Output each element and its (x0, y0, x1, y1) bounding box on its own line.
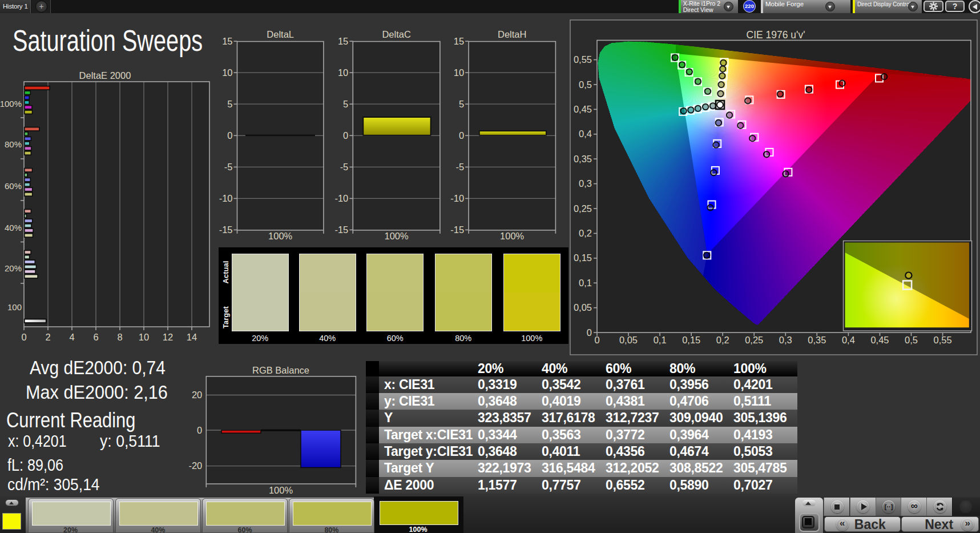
svg-text:0,2: 0,2 (716, 335, 729, 345)
svg-text:-10: -10 (334, 193, 348, 203)
svg-text:8: 8 (117, 332, 122, 342)
svg-text:0,2: 0,2 (579, 228, 592, 238)
svg-text:0,15: 0,15 (682, 335, 700, 345)
svg-text:0,4: 0,4 (579, 129, 592, 139)
svg-text:0,25: 0,25 (745, 335, 763, 345)
svg-text:0: 0 (343, 130, 348, 141)
svg-text:15: 15 (454, 36, 464, 46)
svg-text:5: 5 (227, 99, 232, 109)
svg-text:10: 10 (338, 67, 348, 78)
svg-text:0: 0 (21, 332, 26, 342)
svg-text:0,1: 0,1 (579, 278, 592, 288)
svg-text:20%: 20% (5, 263, 22, 273)
svg-text:0,5: 0,5 (579, 79, 592, 90)
svg-text:RGB Balance: RGB Balance (252, 365, 309, 375)
svg-text:0,35: 0,35 (574, 154, 592, 164)
svg-text:CIE 1976 u'v': CIE 1976 u'v' (747, 29, 805, 41)
svg-text:0,15: 0,15 (574, 253, 592, 263)
svg-text:10: 10 (454, 67, 464, 78)
svg-text:6: 6 (93, 332, 98, 342)
svg-text:-15: -15 (219, 225, 233, 235)
svg-text:4: 4 (69, 332, 74, 342)
svg-text:60%: 60% (5, 181, 22, 191)
svg-text:100%: 100% (384, 231, 409, 241)
svg-text:15: 15 (222, 36, 232, 46)
svg-text:0,05: 0,05 (619, 335, 638, 345)
svg-text:20: 20 (192, 390, 202, 400)
svg-text:100: 100 (7, 302, 22, 312)
svg-text:-10: -10 (219, 193, 233, 203)
svg-text:-5: -5 (455, 162, 464, 172)
svg-text:100%: 100% (500, 231, 525, 241)
svg-text:-20: -20 (188, 460, 202, 471)
svg-text:0,3: 0,3 (779, 335, 792, 345)
svg-text:15: 15 (338, 36, 348, 46)
svg-text:0,25: 0,25 (574, 203, 592, 214)
svg-text:0: 0 (227, 130, 232, 141)
svg-text:-15: -15 (334, 225, 348, 235)
svg-text:14: 14 (187, 332, 197, 342)
svg-text:0: 0 (197, 425, 202, 435)
svg-text:10: 10 (139, 332, 149, 342)
svg-text:2: 2 (45, 332, 50, 342)
svg-text:DeltaC: DeltaC (382, 29, 411, 39)
svg-text:0,55: 0,55 (574, 54, 592, 65)
svg-text:0,05: 0,05 (574, 302, 592, 312)
svg-text:0: 0 (459, 130, 464, 141)
svg-text:5: 5 (343, 99, 348, 109)
svg-text:100%: 100% (268, 231, 293, 241)
svg-text:0,5: 0,5 (905, 335, 918, 345)
svg-text:0,45: 0,45 (870, 335, 889, 345)
svg-text:12: 12 (163, 332, 173, 342)
svg-text:40%: 40% (5, 223, 22, 233)
svg-text:DeltaL: DeltaL (267, 29, 294, 39)
svg-text:5: 5 (459, 99, 464, 109)
svg-text:0,3: 0,3 (579, 178, 592, 189)
svg-text:DeltaE 2000: DeltaE 2000 (79, 70, 131, 81)
svg-text:-10: -10 (450, 193, 464, 203)
svg-text:0,45: 0,45 (574, 104, 592, 114)
svg-text:80%: 80% (5, 139, 22, 149)
svg-text:0,4: 0,4 (842, 335, 855, 345)
svg-text:0,1: 0,1 (654, 335, 667, 345)
svg-text:DeltaH: DeltaH (498, 29, 526, 39)
svg-text:100%: 100% (0, 99, 22, 109)
svg-text:-5: -5 (340, 162, 349, 172)
svg-text:-5: -5 (224, 162, 233, 172)
svg-text:0,35: 0,35 (808, 335, 826, 345)
svg-text:0,55: 0,55 (934, 335, 952, 345)
svg-text:0: 0 (594, 335, 599, 345)
svg-text:-15: -15 (450, 225, 464, 235)
svg-text:100%: 100% (269, 485, 293, 495)
svg-text:10: 10 (222, 67, 232, 78)
svg-text:0: 0 (587, 327, 592, 338)
